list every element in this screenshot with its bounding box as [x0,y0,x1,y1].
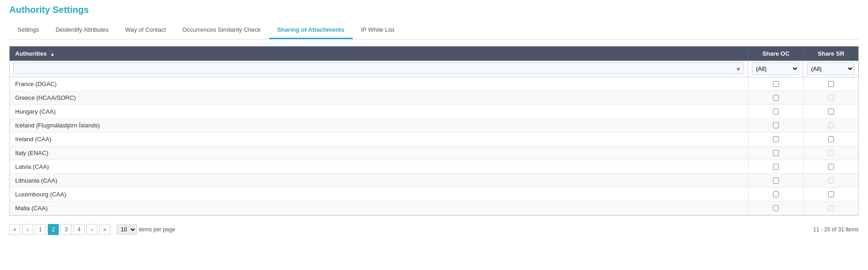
page-4-button[interactable]: 4 [73,224,85,235]
table-body: France (DGAC)Greece (HCAA/SORC)Hungary (… [10,77,858,215]
page-first-button[interactable]: « [9,224,20,235]
row-share-sr-cell [803,91,858,104]
row-authority-cell: Ireland (CAA) [10,132,748,146]
row-share-sr-cell [803,119,858,132]
row-share-sr-cell [803,146,858,160]
share-sr-checkbox[interactable] [828,164,834,170]
share-sr-checkbox[interactable] [828,191,834,197]
row-share-sr-cell [803,174,858,187]
row-authority-cell: France (DGAC) [10,77,748,91]
tab-occurrences[interactable]: Occurrences Similarity Check [174,22,269,39]
table-row: Greece (HCAA/SORC) [10,91,858,105]
row-share-oc-cell [748,146,803,160]
row-share-sr-cell [803,201,858,215]
authority-filter-input[interactable] [13,63,744,74]
row-authority-cell: Lithuania (CAA) [10,174,748,187]
filter-icon: ▼ [735,65,741,72]
share-oc-checkbox[interactable] [773,95,779,101]
table-row: Hungary (CAA) [10,105,858,119]
pagination: « ‹ 1 2 3 4 › » 10 20 50 items per page … [9,219,859,240]
tab-settings[interactable]: Settings [9,22,47,39]
items-per-page-select[interactable]: 10 20 50 [117,224,137,235]
items-per-page-label: items per page [139,226,175,233]
share-sr-checkbox[interactable] [828,150,834,156]
share-oc-filter-dropdown: (All) Yes No [748,61,803,77]
share-oc-checkbox[interactable] [773,164,779,170]
share-sr-checkbox[interactable] [828,136,834,142]
row-authority-cell: Hungary (CAA) [10,105,748,118]
share-sr-select[interactable]: (All) Yes No [807,63,854,75]
row-authority-cell: Malta (CAA) [10,201,748,215]
share-oc-checkbox[interactable] [773,191,779,197]
share-oc-checkbox[interactable] [773,150,779,156]
share-oc-checkbox[interactable] [773,122,779,128]
page-prev-button[interactable]: ‹ [22,224,33,235]
tab-way-of-contact[interactable]: Way of Contact [117,22,174,39]
main-table: Authorities ▲ Share OC Share SR ▼ (All) … [9,46,859,216]
share-oc-select[interactable]: (All) Yes No [752,63,799,75]
share-sr-checkbox[interactable] [828,81,834,87]
row-authority-cell: Italy (ENAC) [10,146,748,160]
col-header-authority: Authorities ▲ [10,46,748,61]
row-share-oc-cell [748,174,803,187]
filter-input-wrap: ▼ [10,61,748,77]
tab-sharing[interactable]: Sharing of Attachments [269,22,353,39]
table-header: Authorities ▲ Share OC Share SR [10,46,858,61]
table-row: Lithuania (CAA) [10,174,858,188]
row-share-sr-cell [803,105,858,118]
share-sr-checkbox[interactable] [828,109,834,115]
items-per-page-control: 10 20 50 items per page [117,224,175,235]
tabs-bar: Settings Deidentify Attributes Way of Co… [9,22,859,40]
table-row: Iceland (Flugmálastjórn Íslands) [10,119,858,132]
row-share-sr-cell [803,160,858,173]
share-oc-checkbox[interactable] [773,205,779,211]
share-sr-checkbox[interactable] [828,95,834,101]
share-oc-checkbox[interactable] [773,136,779,142]
row-share-oc-cell [748,160,803,173]
table-row: Latvia (CAA) [10,160,858,174]
pagination-info: 11 - 20 of 31 items [813,226,859,233]
table-row: France (DGAC) [10,77,858,91]
table-row: Italy (ENAC) [10,146,858,160]
share-sr-filter-dropdown: (All) Yes No [803,61,858,77]
page-last-button[interactable]: » [99,224,110,235]
col-header-share-sr: Share SR [803,46,858,61]
table-row: Ireland (CAA) [10,132,858,146]
row-share-sr-cell [803,188,858,201]
row-share-sr-cell [803,77,858,91]
page-next-button[interactable]: › [86,224,97,235]
table-row: Luxembourg (CAA) [10,188,858,201]
row-share-oc-cell [748,132,803,146]
page-2-button[interactable]: 2 [48,224,59,235]
row-share-oc-cell [748,91,803,104]
share-oc-checkbox[interactable] [773,81,779,87]
share-sr-checkbox[interactable] [828,205,834,211]
row-authority-cell: Latvia (CAA) [10,160,748,173]
sort-arrow-authority: ▲ [50,52,55,57]
row-share-oc-cell [748,201,803,215]
page-1-button[interactable]: 1 [35,224,46,235]
share-sr-checkbox[interactable] [828,178,834,184]
row-share-oc-cell [748,119,803,132]
row-authority-cell: Greece (HCAA/SORC) [10,91,748,104]
page-title: Authority Settings [9,5,859,15]
row-share-oc-cell [748,188,803,201]
row-share-oc-cell [748,77,803,91]
share-sr-checkbox[interactable] [828,122,834,128]
row-share-sr-cell [803,132,858,146]
row-share-oc-cell [748,105,803,118]
share-oc-checkbox[interactable] [773,109,779,115]
col-header-share-oc: Share OC [748,46,803,61]
row-authority-cell: Luxembourg (CAA) [10,188,748,201]
tab-deidentify[interactable]: Deidentify Attributes [47,22,117,39]
table-row: Malta (CAA) [10,201,858,215]
page-3-button[interactable]: 3 [61,224,72,235]
tab-ip-white-list[interactable]: IP White List [353,22,403,39]
row-authority-cell: Iceland (Flugmálastjórn Íslands) [10,119,748,132]
filter-row: ▼ (All) Yes No (All) Yes No [10,61,858,77]
share-oc-checkbox[interactable] [773,178,779,184]
page-container: Authority Settings Settings Deidentify A… [0,0,868,244]
